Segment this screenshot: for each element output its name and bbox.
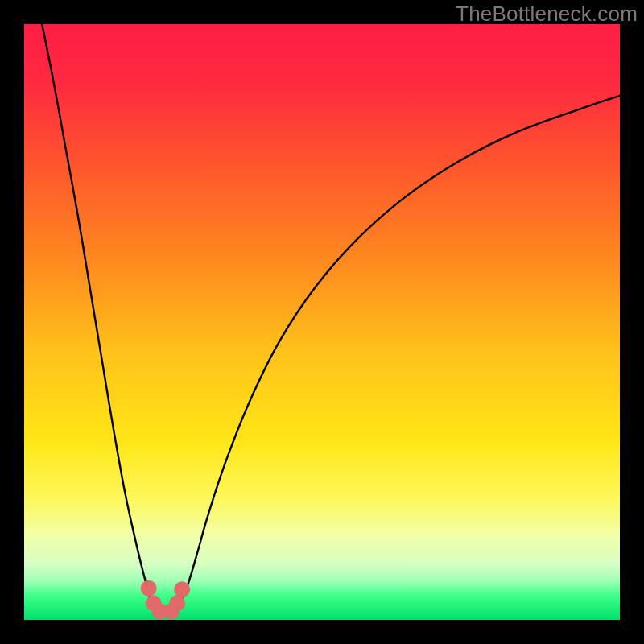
marker-dot: [141, 580, 157, 597]
gradient-background: [24, 24, 620, 620]
watermark-text: TheBottleneck.com: [456, 2, 638, 27]
marker-dot: [174, 581, 190, 597]
plot-area: [24, 24, 620, 620]
chart-svg: [24, 24, 620, 620]
marker-dot: [169, 595, 185, 611]
outer-frame: TheBottleneck.com: [0, 0, 644, 644]
